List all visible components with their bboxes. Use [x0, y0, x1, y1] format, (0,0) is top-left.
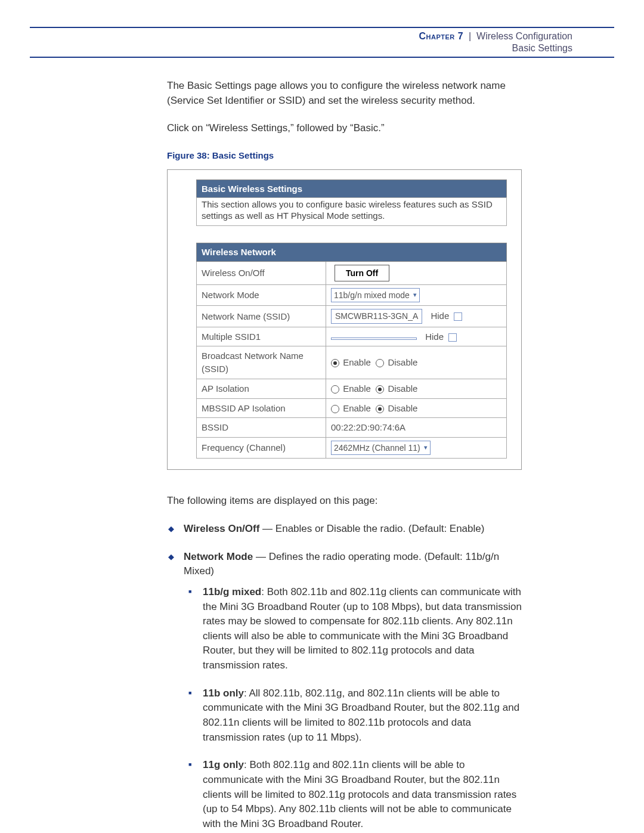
section-title: Wireless Configuration: [476, 31, 572, 41]
label-bssid: BSSID: [197, 418, 326, 438]
list-item: 11g only: Both 802.11g and 802.11n clien…: [203, 758, 522, 831]
subsection-title: Basic Settings: [30, 43, 572, 54]
row-frequency: Frequency (Channel) 2462MHz (Channel 11)…: [197, 438, 507, 459]
sub-term: 11b only: [203, 688, 244, 699]
list-item: Network Mode — Defines the radio operati…: [184, 550, 522, 832]
mbssid-enable-label: Enable: [343, 403, 371, 413]
label-ssid: Network Name (SSID): [197, 306, 326, 327]
broadcast-disable-radio[interactable]: [376, 359, 384, 367]
figure-screenshot: Basic Wireless Settings This section all…: [167, 169, 522, 470]
body-lead: The following items are displayed on thi…: [167, 494, 522, 509]
sub-desc: : Both 802.11g and 802.11n clients will …: [203, 759, 516, 829]
wireless-network-table: Wireless Network Wireless On/Off Turn Of…: [196, 243, 507, 459]
item-list: Wireless On/Off — Enables or Disable the…: [167, 522, 522, 832]
label-frequency: Frequency (Channel): [197, 438, 326, 459]
sub-item-list: 11b/g mixed: Both 802.11b and 802.11g cl…: [184, 585, 522, 832]
chapter-label: Chapter 7: [419, 31, 463, 41]
row-ap-isolation: AP Isolation Enable Disable: [197, 379, 507, 398]
bssid-value: 00:22:2D:90:74:6A: [326, 418, 507, 438]
list-item: Wireless On/Off — Enables or Disable the…: [184, 522, 522, 537]
broadcast-disable-label: Disable: [388, 357, 417, 367]
sub-term: 11b/g mixed: [203, 586, 261, 597]
apiso-enable-radio[interactable]: [331, 385, 339, 394]
item-desc: — Enables or Disable the radio. (Default…: [259, 523, 484, 534]
ssid-hide-checkbox[interactable]: [454, 312, 462, 321]
ssid-input[interactable]: SMCWBR11S-3GN_A: [331, 309, 422, 323]
row-wireless-onoff: Wireless On/Off Turn Off: [197, 261, 507, 284]
chevron-down-icon: ▾: [424, 443, 428, 453]
label-broadcast: Broadcast Network Name (SSID): [197, 346, 326, 379]
header-separator: |: [469, 31, 471, 41]
apiso-enable-label: Enable: [343, 383, 371, 394]
sub-desc: : All 802.11b, 802.11g, and 802.11n clie…: [203, 688, 519, 743]
turn-off-button[interactable]: Turn Off: [335, 265, 389, 281]
mssid1-input[interactable]: [331, 337, 417, 340]
label-mbssid-isolation: MBSSID AP Isolation: [197, 398, 326, 418]
label-network-mode: Network Mode: [197, 284, 326, 305]
frequency-value: 2462MHz (Channel 11): [334, 442, 420, 454]
broadcast-enable-label: Enable: [343, 357, 371, 367]
ssid-hide-label: Hide: [431, 311, 449, 321]
intro-paragraph-2: Click on “Wireless Settings,” followed b…: [167, 121, 522, 136]
row-mssid1: Multiple SSID1 Hide: [197, 327, 507, 346]
label-mssid1: Multiple SSID1: [197, 327, 326, 346]
sub-desc: : Both 802.11b and 802.11g clients can c…: [203, 586, 522, 671]
intro-paragraph-1: The Basic Settings page allows you to co…: [167, 79, 522, 108]
network-mode-select[interactable]: 11b/g/n mixed mode ▾: [331, 288, 420, 302]
apiso-disable-radio[interactable]: [376, 385, 384, 394]
chevron-down-icon: ▾: [413, 290, 417, 300]
item-term: Network Mode: [184, 551, 253, 562]
page-header: Chapter 7 | Wireless Configuration Basic…: [30, 27, 614, 58]
mssid1-hide-label: Hide: [425, 332, 444, 342]
list-item: 11b only: All 802.11b, 802.11g, and 802.…: [203, 686, 522, 745]
label-ap-isolation: AP Isolation: [197, 379, 326, 398]
panel-description: This section allows you to configure bas…: [196, 197, 507, 226]
network-mode-value: 11b/g/n mixed mode: [334, 289, 410, 301]
broadcast-enable-radio[interactable]: [331, 359, 339, 367]
mbssid-disable-radio[interactable]: [376, 405, 384, 413]
frequency-select[interactable]: 2462MHz (Channel 11) ▾: [331, 441, 431, 455]
mbssid-enable-radio[interactable]: [331, 405, 339, 413]
row-network-mode: Network Mode 11b/g/n mixed mode ▾: [197, 284, 507, 305]
label-wireless-onoff: Wireless On/Off: [197, 261, 326, 284]
apiso-disable-label: Disable: [388, 383, 417, 394]
table-section-header: Wireless Network: [197, 243, 507, 261]
row-mbssid-isolation: MBSSID AP Isolation Enable Disable: [197, 398, 507, 418]
row-ssid: Network Name (SSID) SMCWBR11S-3GN_A Hide: [197, 306, 507, 327]
row-broadcast: Broadcast Network Name (SSID) Enable Dis…: [197, 346, 507, 379]
row-bssid: BSSID 00:22:2D:90:74:6A: [197, 418, 507, 438]
figure-caption: Figure 38: Basic Settings: [167, 149, 522, 162]
mbssid-disable-label: Disable: [388, 403, 417, 413]
list-item: 11b/g mixed: Both 802.11b and 802.11g cl…: [203, 585, 522, 673]
item-term: Wireless On/Off: [184, 523, 259, 534]
panel-title: Basic Wireless Settings: [196, 179, 507, 198]
mssid1-hide-checkbox[interactable]: [448, 333, 457, 342]
sub-term: 11g only: [203, 759, 244, 770]
